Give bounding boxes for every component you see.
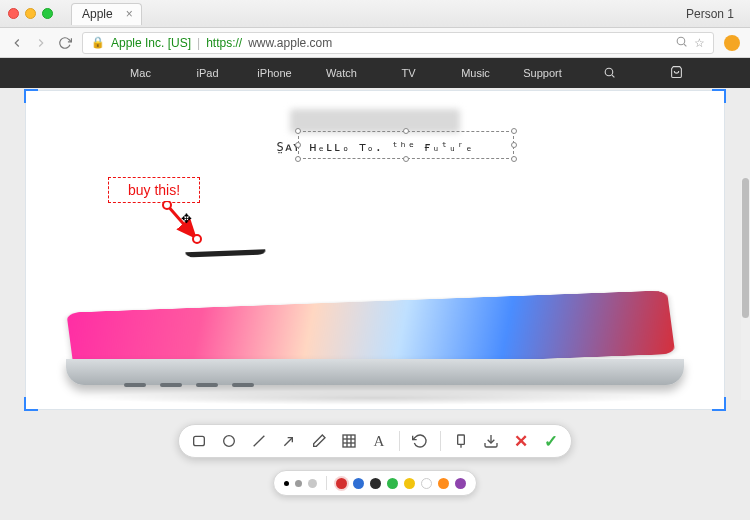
text-handle-se[interactable] [511, 156, 517, 162]
lock-icon: 🔒 [91, 36, 105, 49]
text-handle-w[interactable] [295, 142, 301, 148]
text-handle-sw[interactable] [295, 156, 301, 162]
pin-icon[interactable] [451, 431, 471, 451]
selection-handle-tl[interactable] [24, 89, 38, 103]
nav-ipad[interactable]: iPad [174, 67, 241, 79]
stroke-medium[interactable] [295, 480, 302, 487]
stroke-small[interactable] [284, 481, 289, 486]
svg-line-9 [254, 436, 265, 447]
pen-tool-icon[interactable] [309, 431, 329, 451]
text-handle-e[interactable] [511, 142, 517, 148]
color-orange[interactable] [438, 478, 449, 489]
forward-button[interactable] [34, 36, 48, 50]
selection-handle-tr[interactable] [712, 89, 726, 103]
arrow-tool-icon[interactable] [279, 431, 299, 451]
maximize-window-button[interactable] [42, 8, 53, 19]
text-object-selection[interactable] [298, 131, 514, 159]
window-titlebar: Apple × Person 1 [0, 0, 750, 28]
nav-support[interactable]: Support [509, 67, 576, 79]
color-red[interactable] [336, 478, 347, 489]
text-handle-ne[interactable] [511, 128, 517, 134]
selection-handle-bl[interactable] [24, 397, 38, 411]
toolbar-separator [399, 431, 400, 451]
bag-icon[interactable] [643, 65, 710, 81]
move-cursor-icon: ✥ [181, 211, 192, 226]
vertical-scrollbar[interactable] [741, 178, 750, 400]
svg-rect-16 [458, 435, 465, 444]
ev-cert-label: Apple Inc. [US] [111, 36, 191, 50]
site-search-icon[interactable] [675, 35, 688, 51]
svg-point-6 [193, 235, 201, 243]
text-handle-nw[interactable] [295, 128, 301, 134]
browser-tab[interactable]: Apple × [71, 3, 142, 25]
color-green[interactable] [387, 478, 398, 489]
toolbar-separator [440, 431, 441, 451]
profile-label[interactable]: Person 1 [686, 7, 742, 21]
nav-music[interactable]: Music [442, 67, 509, 79]
undo-icon[interactable] [410, 431, 430, 451]
rectangle-tool-icon[interactable] [189, 431, 209, 451]
blurred-heading [290, 109, 460, 133]
scrollbar-thumb[interactable] [742, 178, 749, 318]
nav-mac[interactable]: Mac [107, 67, 174, 79]
nav-iphone[interactable]: iPhone [241, 67, 308, 79]
color-palette [273, 470, 477, 496]
blur-tool-icon[interactable] [339, 431, 359, 451]
color-black[interactable] [370, 478, 381, 489]
profile-avatar-icon[interactable] [724, 35, 740, 51]
annotation-text-box[interactable]: buy this! [108, 177, 200, 203]
ellipse-tool-icon[interactable] [219, 431, 239, 451]
confirm-icon[interactable]: ✓ [541, 431, 561, 451]
selection-handle-br[interactable] [712, 397, 726, 411]
close-tab-icon[interactable]: × [126, 7, 133, 21]
svg-rect-11 [343, 435, 355, 447]
hero-phone-image [66, 243, 684, 403]
url-scheme: https:// [206, 36, 242, 50]
annotation-text: buy this! [128, 182, 180, 198]
text-tool-icon[interactable]: A [369, 431, 389, 451]
svg-point-2 [605, 68, 613, 76]
text-handle-s[interactable] [403, 156, 409, 162]
svg-line-1 [684, 44, 686, 46]
color-white[interactable] [421, 478, 432, 489]
site-nav: Mac iPad iPhone Watch TV Music Support [0, 58, 750, 88]
browser-window: Apple × Person 1 🔒 Apple Inc. [US] | htt… [0, 0, 750, 520]
svg-point-8 [224, 436, 235, 447]
color-blue[interactable] [353, 478, 364, 489]
svg-point-5 [163, 201, 171, 209]
screenshot-toolbar: A ✕ ✓ [178, 424, 572, 458]
nav-tv[interactable]: TV [375, 67, 442, 79]
url-host: www.apple.com [248, 36, 332, 50]
cancel-icon[interactable]: ✕ [511, 431, 531, 451]
line-tool-icon[interactable] [249, 431, 269, 451]
svg-point-0 [677, 37, 685, 45]
minimize-window-button[interactable] [25, 8, 36, 19]
svg-line-10 [284, 438, 292, 446]
svg-rect-7 [194, 436, 205, 445]
search-icon[interactable] [576, 66, 643, 81]
back-button[interactable] [10, 36, 24, 50]
text-handle-n[interactable] [403, 128, 409, 134]
bookmark-star-icon[interactable]: ☆ [694, 36, 705, 50]
stroke-large[interactable] [308, 479, 317, 488]
tab-title: Apple [82, 7, 113, 21]
browser-toolbar: 🔒 Apple Inc. [US] | https://www.apple.co… [0, 28, 750, 58]
nav-watch[interactable]: Watch [308, 67, 375, 79]
download-icon[interactable] [481, 431, 501, 451]
reload-button[interactable] [58, 36, 72, 50]
screenshot-selection[interactable]: S̤ᴀʏ ʜₑʟʟₒ ᴛₒ. ᵗʰᵉ ғᵤᵗᵤʳₑ buy this! [25, 90, 725, 410]
address-bar[interactable]: 🔒 Apple Inc. [US] | https://www.apple.co… [82, 32, 714, 54]
color-purple[interactable] [455, 478, 466, 489]
svg-line-3 [612, 75, 614, 77]
palette-separator [326, 476, 327, 490]
page-content: S̤ᴀʏ ʜₑʟʟₒ ᴛₒ. ᵗʰᵉ ғᵤᵗᵤʳₑ buy this! [0, 88, 750, 520]
close-window-button[interactable] [8, 8, 19, 19]
color-yellow[interactable] [404, 478, 415, 489]
